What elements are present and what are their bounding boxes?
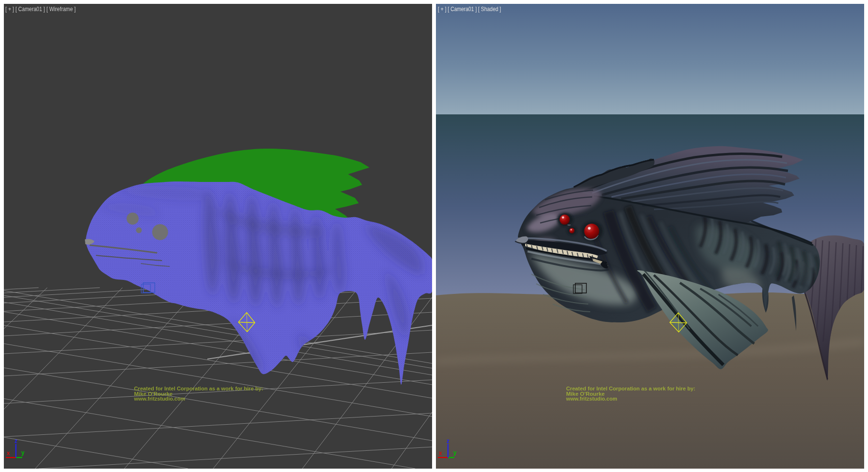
svg-text:www.fritzstudio.com: www.fritzstudio.com — [134, 396, 185, 402]
svg-text:[ + ] [ Camera01 ] [ Shaded ]: [ + ] [ Camera01 ] [ Shaded ] — [438, 6, 501, 13]
svg-text:z: z — [14, 438, 17, 444]
svg-text:Created for Intel Corporation: Created for Intel Corporation as a work … — [134, 386, 263, 391]
svg-text:[ + ] [ Camera01 ] [ Wireframe: [ + ] [ Camera01 ] [ Wireframe ] — [5, 6, 76, 13]
svg-text:x: x — [439, 450, 442, 457]
svg-text:z: z — [447, 438, 449, 444]
svg-text:y: y — [21, 449, 25, 456]
svg-text:Created for Intel Corporation: Created for Intel Corporation as a work … — [566, 386, 695, 391]
svg-text:y: y — [453, 449, 457, 456]
svg-text:www.fritzstudio.com: www.fritzstudio.com — [566, 396, 617, 402]
svg-text:x: x — [7, 450, 10, 457]
